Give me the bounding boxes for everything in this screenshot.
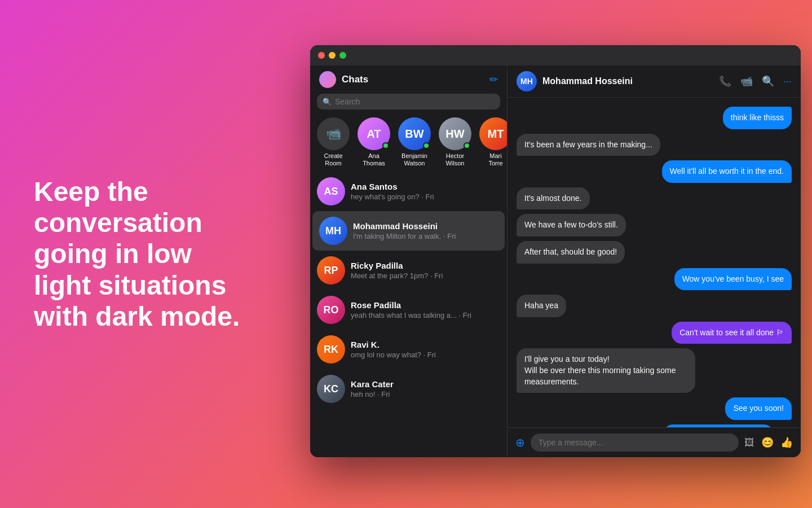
create-room-avatar: 📹 [317, 117, 350, 150]
search-input[interactable] [335, 97, 495, 106]
ricky-padilla-info: Ricky Padilla Meet at the park? 1pm? · F… [351, 261, 500, 280]
minimize-button[interactable] [329, 52, 336, 59]
ravi-k-name: Ravi K. [351, 340, 500, 349]
ricky-padilla-preview: Meet at the park? 1pm? · Fri [351, 271, 500, 280]
add-attachment-icon[interactable]: ⊕ [515, 436, 525, 449]
close-button[interactable] [318, 52, 325, 59]
online-indicator [382, 142, 389, 149]
message-m7: Wow you've been busy, I see [674, 268, 792, 291]
mari-torre-label: MariTorre [488, 152, 502, 167]
message-m1: think like thisss [723, 107, 792, 129]
mohammad-hosseini-name: Mohammad Hosseini [353, 221, 498, 231]
header-actions: 📞 📹 🔍 ··· [719, 75, 792, 87]
like-icon[interactable]: 👍 [780, 436, 793, 449]
maximize-button[interactable] [339, 52, 346, 59]
ana-santos-avatar: AS [317, 177, 345, 205]
message-m2: It's been a few years in the making... [517, 134, 660, 156]
ana-santos-name: Ana Santos [351, 182, 500, 191]
chat-item-rose-padilla[interactable]: RO Rose Padilla yeah thats what I was ta… [310, 290, 507, 330]
story-item-create-room[interactable]: 📹 CreateRoom [317, 117, 350, 167]
rose-padilla-avatar: RO [317, 296, 345, 324]
online-indicator [423, 142, 430, 149]
rose-padilla-preview: yeah thats what I was talking a... · Fri [351, 311, 500, 319]
kara-cater-avatar: KC [317, 375, 345, 403]
chat-header: MH Mohammad Hosseini 📞 📹 🔍 ··· [508, 65, 801, 98]
story-item-hector-wilson[interactable]: HW HectorWilson [439, 117, 471, 167]
ricky-padilla-name: Ricky Padilla [351, 261, 500, 270]
ravi-k-avatar: RK [317, 335, 345, 364]
emoji-icon[interactable]: 😊 [761, 436, 774, 449]
traffic-lights [318, 52, 346, 59]
hero-text: Keep the conversation going in low light… [0, 142, 282, 366]
message-m10: I'll give you a tour today!Will be over … [517, 348, 695, 393]
message-m3: Well it'll all be worth it in the end. [662, 160, 792, 183]
user-avatar[interactable] [319, 71, 336, 88]
rose-padilla-info: Rose Padilla yeah thats what I was talki… [351, 300, 500, 319]
chat-list: AS Ana Santos hey what's going on? · Fri… [310, 172, 507, 457]
more-options-icon[interactable]: ··· [783, 76, 792, 87]
image-icon[interactable]: 🖼 [744, 437, 754, 449]
story-item-mari-torre[interactable]: MT MariTorre [479, 117, 507, 167]
ravi-k-info: Ravi K. omg lol no way what? · Fri [351, 340, 500, 359]
contact-avatar: MH [517, 71, 537, 91]
message-m9: Can't wait to see it all done 🏳 [672, 322, 792, 344]
kara-cater-preview: heh no! · Fri [351, 390, 500, 398]
sidebar-header: Chats ✏ [310, 65, 507, 91]
message-m4: It's almost done. [517, 187, 590, 210]
hector-wilson-label: HectorWilson [445, 152, 464, 167]
sidebar-title: Chats [342, 74, 368, 85]
main-content: Chats ✏ 🔍 📹 CreateRoom [310, 65, 801, 457]
search-bar[interactable]: 🔍 [317, 94, 500, 110]
contact-name: Mohammad Hosseini [542, 76, 713, 86]
kara-cater-info: Kara Cater heh no! · Fri [351, 379, 500, 398]
message-m6: After that, should be good! [517, 241, 625, 264]
chat-item-mohammad-hosseini[interactable]: MH Mohammad Hosseini I'm taking Milton f… [312, 211, 505, 251]
ana-santos-preview: hey what's going on? · Fri [351, 192, 500, 201]
title-bar [310, 45, 801, 65]
message-m8: Haha yea [517, 295, 566, 317]
input-action-icons: 🖼 😊 👍 [744, 436, 793, 449]
mohammad-hosseini-avatar: MH [319, 217, 347, 245]
chat-item-ricky-padilla[interactable]: RP Ricky Padilla Meet at the park? 1pm? … [310, 251, 507, 290]
create-room-label: CreateRoom [324, 152, 342, 167]
story-item-benjamin-watson[interactable]: BW BenjaminWatson [398, 117, 431, 167]
hector-wilson-avatar: HW [439, 117, 471, 150]
phone-icon[interactable]: 📞 [719, 75, 731, 87]
stories-row: 📹 CreateRoom AT AnaThomas BW [310, 114, 507, 172]
story-item-ana-thomas[interactable]: AT AnaThomas [358, 117, 390, 167]
ana-thomas-avatar: AT [358, 117, 390, 150]
online-indicator [464, 142, 470, 149]
ricky-padilla-avatar: RP [317, 256, 345, 284]
sidebar-header-left: Chats [319, 71, 368, 88]
mohammad-hosseini-preview: I'm taking Milton for a walk. · Fri [353, 232, 498, 240]
sidebar: Chats ✏ 🔍 📹 CreateRoom [310, 65, 508, 457]
chat-item-ana-santos[interactable]: AS Ana Santos hey what's going on? · Fri [310, 172, 507, 211]
benjamin-watson-avatar: BW [398, 117, 431, 150]
ravi-k-preview: omg lol no way what? · Fri [351, 351, 500, 359]
message-m11: See you soon! [725, 397, 792, 420]
chat-item-kara-cater[interactable]: KC Kara Cater heh no! · Fri [310, 369, 507, 409]
message-m5: We have a few to-do's still. [517, 214, 626, 237]
video-icon[interactable]: 📹 [740, 75, 753, 87]
chat-panel: MH Mohammad Hosseini 📞 📹 🔍 ··· think lik… [508, 65, 801, 457]
search-icon: 🔍 [323, 98, 332, 106]
ana-thomas-label: AnaThomas [363, 152, 385, 167]
kara-cater-name: Kara Cater [351, 379, 500, 389]
message-input[interactable] [531, 433, 739, 452]
messages-area: think like thisss It's been a few years … [508, 98, 801, 427]
app-window: Chats ✏ 🔍 📹 CreateRoom [310, 45, 801, 457]
mari-torre-avatar: MT [479, 117, 507, 150]
benjamin-watson-label: BenjaminWatson [401, 152, 427, 167]
rose-padilla-name: Rose Padilla [351, 300, 500, 310]
mohammad-hosseini-info: Mohammad Hosseini I'm taking Milton for … [353, 221, 498, 240]
ana-santos-info: Ana Santos hey what's going on? · Fri [351, 182, 500, 201]
message-input-bar: ⊕ 🖼 😊 👍 [508, 427, 801, 457]
chat-item-ravi-k[interactable]: RK Ravi K. omg lol no way what? · Fri [310, 330, 507, 369]
compose-button[interactable]: ✏ [489, 73, 498, 86]
search-chat-icon[interactable]: 🔍 [762, 75, 774, 87]
